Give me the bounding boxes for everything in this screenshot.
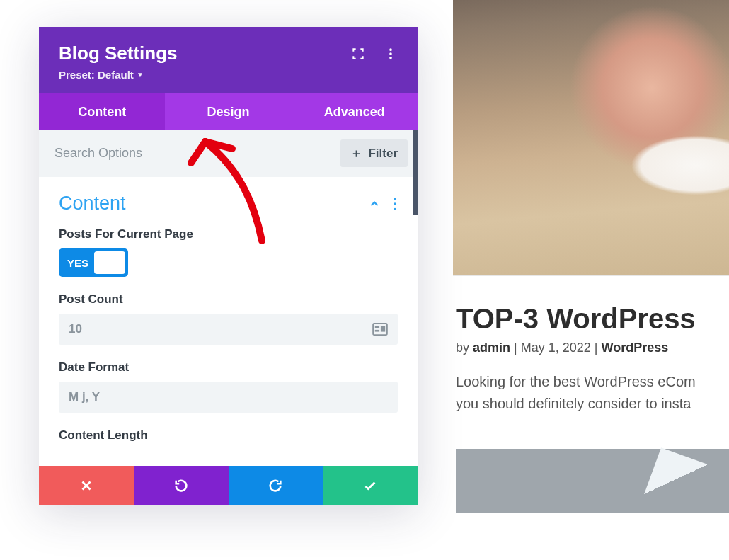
post-date: May 1, 2022 <box>521 341 591 355</box>
svg-point-0 <box>389 48 392 51</box>
check-icon <box>362 478 378 493</box>
expand-icon[interactable] <box>351 47 365 61</box>
date-format-input[interactable] <box>69 390 388 404</box>
svg-point-2 <box>389 57 392 59</box>
tab-advanced[interactable]: Advanced <box>292 93 418 130</box>
undo-button[interactable] <box>134 466 229 505</box>
tab-content[interactable]: Content <box>39 93 165 130</box>
meta-sep: | <box>591 341 602 355</box>
tab-bar: Content Design Advanced <box>39 93 418 130</box>
option-posts-current-page: Posts For Current Page YES <box>59 227 398 277</box>
section-content: Content Posts For Current Page YES Post … <box>39 177 418 442</box>
filter-label: Filter <box>368 147 398 161</box>
svg-rect-7 <box>375 326 379 328</box>
option-label: Post Count <box>59 292 398 307</box>
preset-label: Preset: Default <box>59 69 134 81</box>
post-title[interactable]: TOP-3 WordPress <box>456 303 729 335</box>
redo-button[interactable] <box>229 466 323 505</box>
save-button[interactable] <box>323 466 418 505</box>
panel-footer <box>39 466 418 505</box>
panel-header: Blog Settings Preset: Default ▼ <box>39 27 418 93</box>
post-count-input[interactable] <box>69 322 372 336</box>
by-label: by <box>456 341 469 355</box>
post-excerpt: Looking for the best WordPress eCom you … <box>456 371 729 415</box>
toggle-text: YES <box>62 257 94 269</box>
meta-sep: | <box>510 341 521 355</box>
undo-icon <box>173 478 189 493</box>
caret-down-icon: ▼ <box>137 71 144 79</box>
svg-point-4 <box>394 202 396 205</box>
svg-point-1 <box>389 52 392 55</box>
preset-dropdown[interactable]: Preset: Default ▼ <box>59 69 178 81</box>
dynamic-content-icon[interactable] <box>372 323 388 336</box>
redo-icon <box>268 478 283 493</box>
search-row: ＋ Filter <box>39 130 418 177</box>
chevron-up-icon[interactable] <box>368 198 381 210</box>
panel-title: Blog Settings <box>59 42 178 64</box>
post-meta: by admin | May 1, 2022 | WordPress <box>456 341 729 355</box>
page-preview: TOP-3 WordPress by admin | May 1, 2022 |… <box>453 0 729 560</box>
option-label: Content Length <box>59 428 398 442</box>
option-label: Posts For Current Page <box>59 227 398 241</box>
section-kebab-icon[interactable] <box>392 197 398 211</box>
close-icon <box>79 478 94 493</box>
svg-point-5 <box>394 207 396 210</box>
svg-point-3 <box>394 198 396 200</box>
section-title[interactable]: Content <box>59 193 126 215</box>
option-post-count: Post Count <box>59 292 398 345</box>
excerpt-line: you should definitely consider to insta <box>456 393 729 415</box>
settings-panel: Blog Settings Preset: Default ▼ Content … <box>39 27 418 505</box>
preview-grey-block <box>456 449 729 513</box>
panel-body: ＋ Filter Content Posts For Current Page … <box>39 130 418 466</box>
svg-rect-8 <box>375 330 379 332</box>
post-category[interactable]: WordPress <box>601 341 668 355</box>
toggle-posts-current-page[interactable]: YES <box>59 248 128 277</box>
plus-icon: ＋ <box>350 145 362 161</box>
option-label: Date Format <box>59 360 398 375</box>
svg-rect-9 <box>381 326 385 332</box>
search-input[interactable] <box>54 146 266 161</box>
post-author[interactable]: admin <box>473 341 510 355</box>
option-content-length: Content Length <box>59 428 398 442</box>
filter-button[interactable]: ＋ Filter <box>340 139 408 167</box>
excerpt-line: Looking for the best WordPress eCom <box>456 371 729 393</box>
scrollbar[interactable] <box>413 130 418 215</box>
kebab-menu-icon[interactable] <box>384 47 398 61</box>
cancel-button[interactable] <box>39 466 134 505</box>
option-date-format: Date Format <box>59 360 398 413</box>
toggle-knob <box>94 251 125 274</box>
post-featured-image <box>453 0 729 276</box>
tab-design[interactable]: Design <box>165 93 291 130</box>
